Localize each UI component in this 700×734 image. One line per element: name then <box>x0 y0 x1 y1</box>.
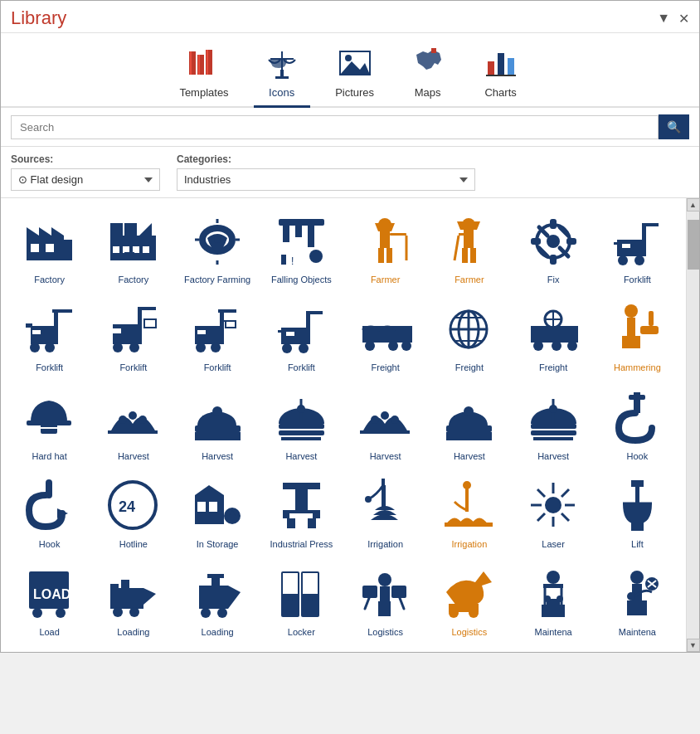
icon-item[interactable]: Harvest <box>427 382 511 469</box>
svg-rect-94 <box>226 321 236 328</box>
icon-item[interactable]: Forklift <box>176 293 260 381</box>
minimize-icon[interactable]: ▼ <box>657 11 670 26</box>
tab-maps[interactable]: Maps <box>400 40 456 108</box>
sources-select[interactable]: ⊙ Flat design <box>11 168 160 191</box>
svg-point-106 <box>365 341 375 351</box>
icon-item[interactable]: Maintena <box>595 557 679 645</box>
icon-label: Harvest <box>370 450 401 462</box>
icon-item[interactable]: Hook <box>595 382 679 469</box>
svg-rect-5 <box>207 50 208 75</box>
svg-point-119 <box>567 341 577 351</box>
icon-item[interactable]: Harvest <box>91 382 175 469</box>
icon-item[interactable]: LOAD Load <box>7 557 91 645</box>
icon-image <box>21 389 79 447</box>
scrollbar-track[interactable] <box>687 211 699 639</box>
svg-rect-241 <box>627 600 647 615</box>
icon-item[interactable]: Forklift <box>595 205 679 293</box>
svg-rect-125 <box>622 336 640 348</box>
icon-item[interactable]: Farmer <box>427 205 511 293</box>
icon-item[interactable]: Forklift <box>7 293 91 381</box>
icon-item[interactable]: Freight <box>343 293 427 381</box>
search-button[interactable]: 🔍 <box>659 114 689 139</box>
icon-item[interactable]: Farmer <box>343 205 427 293</box>
icon-item[interactable]: Freight <box>427 293 511 381</box>
scrollbar[interactable]: ▲ ▼ <box>686 198 699 652</box>
icon-label: Logistics <box>451 626 487 638</box>
svg-point-133 <box>119 416 127 424</box>
icon-item[interactable]: Forklift <box>260 293 343 381</box>
icon-item[interactable]: Loading <box>176 557 260 645</box>
scrollbar-thumb[interactable] <box>688 220 699 270</box>
icon-item[interactable]: In Storage <box>176 469 260 557</box>
svg-rect-224 <box>309 599 312 604</box>
icon-item[interactable]: Factory Farming <box>176 205 260 293</box>
icon-item[interactable]: 24 Hotline <box>91 469 175 557</box>
scroll-down-button[interactable]: ▼ <box>687 639 700 652</box>
icon-item[interactable]: Forklift <box>91 293 175 381</box>
svg-rect-127 <box>649 311 654 326</box>
svg-point-13 <box>345 55 352 61</box>
svg-rect-82 <box>113 324 138 344</box>
icon-item[interactable]: Logistics <box>343 557 427 645</box>
svg-rect-60 <box>462 248 468 263</box>
icon-item[interactable]: ! Falling Objects <box>260 205 343 293</box>
scroll-up-button[interactable]: ▲ <box>687 198 700 211</box>
icon-item[interactable]: Irrigation <box>427 469 511 557</box>
svg-rect-58 <box>459 233 465 236</box>
icon-item[interactable]: Logistics <box>427 557 511 645</box>
icons-tab-icon <box>262 43 302 83</box>
icon-item[interactable]: Irrigation <box>343 469 427 557</box>
tab-templates[interactable]: Templates <box>171 40 236 108</box>
svg-rect-15 <box>431 48 436 53</box>
svg-point-152 <box>391 416 399 424</box>
icon-item[interactable]: Harvest <box>176 382 260 469</box>
svg-rect-211 <box>199 586 228 609</box>
tab-charts[interactable]: Charts <box>473 40 529 108</box>
svg-marker-56 <box>457 221 480 230</box>
icon-item[interactable]: Industrial Press <box>260 469 343 557</box>
icon-item[interactable]: Harvest <box>260 382 343 469</box>
icon-item[interactable]: Harvest <box>343 382 427 469</box>
icon-item[interactable]: Harvest <box>512 382 595 469</box>
close-icon[interactable]: ✕ <box>678 11 689 27</box>
icon-item[interactable]: Lift <box>595 469 679 557</box>
svg-point-91 <box>211 343 221 352</box>
icon-item[interactable]: Locker <box>260 557 343 645</box>
svg-rect-172 <box>209 502 217 512</box>
svg-rect-79 <box>54 309 58 344</box>
icon-image <box>357 477 415 535</box>
icon-label: Farmer <box>455 274 484 285</box>
svg-rect-85 <box>138 307 142 344</box>
icon-label: Hook <box>39 538 61 550</box>
tab-icons[interactable]: Icons <box>254 40 310 108</box>
icon-item[interactable]: Hook <box>7 469 91 557</box>
svg-rect-177 <box>295 489 308 510</box>
icon-item[interactable]: Freight <box>512 293 595 381</box>
icon-label: Falling Objects <box>271 274 332 285</box>
svg-rect-53 <box>378 248 384 263</box>
icon-item[interactable]: Maintena <box>512 557 595 645</box>
icon-item[interactable]: Fix <box>512 205 595 293</box>
categories-select[interactable]: Industries <box>177 168 475 191</box>
svg-rect-145 <box>281 437 321 440</box>
icon-image <box>188 565 246 623</box>
icon-item[interactable]: Factory <box>91 205 175 293</box>
svg-rect-126 <box>640 326 659 334</box>
svg-rect-136 <box>195 425 241 432</box>
icon-item[interactable]: Factory <box>7 205 91 293</box>
icon-item[interactable]: Laser <box>512 469 595 557</box>
icon-item[interactable]: Loading <box>91 557 175 645</box>
svg-rect-54 <box>386 248 392 263</box>
svg-rect-199 <box>631 523 644 531</box>
icon-label: Laser <box>542 538 565 550</box>
icon-item[interactable]: Hammering <box>595 293 679 381</box>
svg-rect-22 <box>31 244 39 252</box>
tab-pictures[interactable]: Pictures <box>327 40 383 108</box>
svg-point-107 <box>388 341 398 351</box>
icon-item[interactable]: Hard hat <box>7 382 91 469</box>
svg-rect-27 <box>124 223 137 236</box>
svg-rect-95 <box>197 330 206 334</box>
search-input[interactable] <box>11 115 659 139</box>
svg-rect-205 <box>110 588 143 609</box>
maps-tab-icon <box>408 43 448 83</box>
